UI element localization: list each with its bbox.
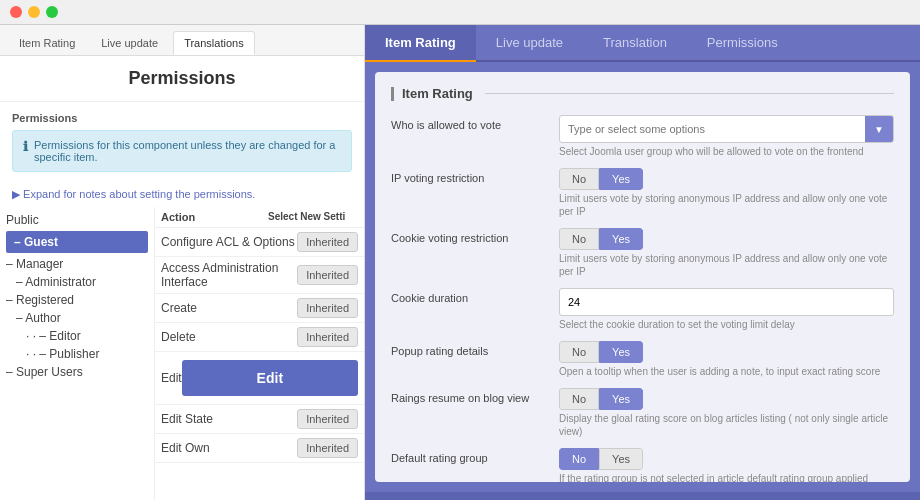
label-cookie-duration: Cookie duration bbox=[391, 288, 551, 304]
toggle-cookie-voting-no[interactable]: No bbox=[559, 228, 599, 250]
control-ip-voting: No Yes Limit users vote by storing anony… bbox=[559, 168, 894, 218]
hint-cookie-voting: Limit users vote by storing anonymous IP… bbox=[559, 252, 894, 278]
field-cookie-voting: Cookie voting restriction No Yes Limit u… bbox=[391, 228, 894, 278]
group-guest[interactable]: – Guest bbox=[6, 231, 148, 253]
toggle-ratings-blog-no[interactable]: No bbox=[559, 388, 599, 410]
select-who-allowed-arrow[interactable]: ▼ bbox=[865, 115, 893, 143]
select-who-allowed[interactable]: ▼ bbox=[559, 115, 894, 143]
select-col-header: Select New Setti bbox=[268, 211, 358, 223]
toggle-cookie-voting: No Yes bbox=[559, 228, 643, 250]
action-delete-label: Delete bbox=[161, 330, 297, 344]
action-edit-own-label: Edit Own bbox=[161, 441, 297, 455]
select-who-allowed-input[interactable] bbox=[560, 119, 865, 139]
action-configure-label: Configure ACL & Options bbox=[161, 235, 297, 249]
toggle-ip-voting: No Yes bbox=[559, 168, 643, 190]
action-create-label: Create bbox=[161, 301, 297, 315]
tab-translation-right[interactable]: Translation bbox=[583, 25, 687, 62]
action-access-admin-btn[interactable]: Inherited bbox=[297, 265, 358, 285]
tab-item-rating-left[interactable]: Item Rating bbox=[8, 31, 86, 55]
group-editor[interactable]: · · – Editor bbox=[6, 327, 148, 345]
action-access-admin: Access Administration Interface Inherite… bbox=[155, 257, 364, 294]
action-edit-state-label: Edit State bbox=[161, 412, 297, 426]
group-publisher[interactable]: · · – Publisher bbox=[6, 345, 148, 363]
action-create-btn[interactable]: Inherited bbox=[297, 298, 358, 318]
permissions-label: Permissions bbox=[12, 112, 352, 124]
label-cookie-voting: Cookie voting restriction bbox=[391, 228, 551, 244]
right-content: Item Rating Who is allowed to vote ▼ Sel… bbox=[375, 72, 910, 482]
info-icon: ℹ bbox=[23, 139, 28, 154]
permissions-info-box: ℹ Permissions for this component unless … bbox=[12, 130, 352, 172]
toggle-cookie-voting-yes[interactable]: Yes bbox=[599, 228, 643, 250]
right-panel: Item Rating Live update Translation Perm… bbox=[365, 25, 920, 500]
toggle-default-rating-yes[interactable]: Yes bbox=[599, 448, 643, 470]
field-ratings-blog-view: Raings resume on blog view No Yes Displa… bbox=[391, 388, 894, 438]
edit-button[interactable]: Edit bbox=[182, 360, 358, 396]
control-default-rating-group: No Yes If the rating group is not select… bbox=[559, 448, 894, 482]
control-cookie-voting: No Yes Limit users vote by storing anony… bbox=[559, 228, 894, 278]
label-default-rating-group: Default rating group bbox=[391, 448, 551, 464]
action-edit-own: Edit Own Inherited bbox=[155, 434, 364, 463]
field-who-allowed: Who is allowed to vote ▼ Select Joomla u… bbox=[391, 115, 894, 158]
toggle-popup-rating-no[interactable]: No bbox=[559, 341, 599, 363]
label-ip-voting: IP voting restriction bbox=[391, 168, 551, 184]
close-button[interactable] bbox=[10, 6, 22, 18]
action-col-header: Action bbox=[161, 211, 268, 223]
field-ip-voting: IP voting restriction No Yes Limit users… bbox=[391, 168, 894, 218]
hint-popup-rating: Open a tooltip when the user is adding a… bbox=[559, 365, 894, 378]
field-default-rating-group: Default rating group No Yes If the ratin… bbox=[391, 448, 894, 482]
group-public: Public bbox=[6, 211, 148, 229]
permissions-info-text: Permissions for this component unless th… bbox=[34, 139, 341, 163]
input-cookie-duration[interactable] bbox=[559, 288, 894, 316]
control-popup-rating: No Yes Open a tooltip when the user is a… bbox=[559, 341, 894, 378]
group-manager[interactable]: – Manager bbox=[6, 255, 148, 273]
toggle-ratings-blog-yes[interactable]: Yes bbox=[599, 388, 643, 410]
toggle-ratings-blog-view: No Yes bbox=[559, 388, 643, 410]
left-panel: Item Rating Live update Translations Per… bbox=[0, 25, 365, 500]
group-administrator[interactable]: – Administrator bbox=[6, 273, 148, 291]
toggle-ip-voting-yes[interactable]: Yes bbox=[599, 168, 643, 190]
label-ratings-blog-view: Raings resume on blog view bbox=[391, 388, 551, 404]
toggle-default-rating-no[interactable]: No bbox=[559, 448, 599, 470]
permissions-section: Permissions ℹ Permissions for this compo… bbox=[0, 102, 364, 182]
window-chrome bbox=[0, 0, 920, 25]
hint-default-rating-group: If the rating group is not selected in a… bbox=[559, 472, 894, 482]
expand-permissions-link[interactable]: ▶ Expand for notes about setting the per… bbox=[12, 188, 352, 201]
action-edit-own-btn[interactable]: Inherited bbox=[297, 438, 358, 458]
maximize-button[interactable] bbox=[46, 6, 58, 18]
action-delete-btn[interactable]: Inherited bbox=[297, 327, 358, 347]
action-edit-state-btn[interactable]: Inherited bbox=[297, 409, 358, 429]
hint-ratings-blog-view: Display the gloal rating score on blog a… bbox=[559, 412, 894, 438]
label-who-allowed: Who is allowed to vote bbox=[391, 115, 551, 131]
hint-who-allowed: Select Joomla user group who will be all… bbox=[559, 145, 894, 158]
item-rating-section-title: Item Rating bbox=[391, 86, 894, 101]
tab-permissions-right[interactable]: Permissions bbox=[687, 25, 798, 62]
hint-cookie-duration: Select the cookie duration to set the vo… bbox=[559, 318, 894, 331]
permissions-title: Permissions bbox=[0, 56, 364, 102]
action-create: Create Inherited bbox=[155, 294, 364, 323]
field-popup-rating: Popup rating details No Yes Open a toolt… bbox=[391, 341, 894, 378]
toggle-popup-rating-yes[interactable]: Yes bbox=[599, 341, 643, 363]
field-cookie-duration: Cookie duration Select the cookie durati… bbox=[391, 288, 894, 331]
action-edit-label: Edit bbox=[161, 371, 182, 385]
tab-translations-left[interactable]: Translations bbox=[173, 31, 255, 55]
action-edit: Edit Edit bbox=[155, 352, 364, 405]
action-edit-state: Edit State Inherited bbox=[155, 405, 364, 434]
group-registered[interactable]: – Registered bbox=[6, 291, 148, 309]
right-tabs: Item Rating Live update Translation Perm… bbox=[365, 25, 920, 62]
tab-live-update-left[interactable]: Live update bbox=[90, 31, 169, 55]
left-tabs: Item Rating Live update Translations bbox=[0, 25, 364, 56]
minimize-button[interactable] bbox=[28, 6, 40, 18]
tab-item-rating-right[interactable]: Item Rating bbox=[365, 25, 476, 62]
hint-ip-voting: Limit users vote by storing anonymous IP… bbox=[559, 192, 894, 218]
control-ratings-blog-view: No Yes Display the gloal rating score on… bbox=[559, 388, 894, 438]
action-configure-btn[interactable]: Inherited bbox=[297, 232, 358, 252]
main-container: Item Rating Live update Translations Per… bbox=[0, 25, 920, 500]
control-cookie-duration: Select the cookie duration to set the vo… bbox=[559, 288, 894, 331]
action-access-admin-label: Access Administration Interface bbox=[161, 261, 297, 289]
toggle-ip-voting-no[interactable]: No bbox=[559, 168, 599, 190]
bottom-bar bbox=[365, 492, 920, 500]
tab-live-update-right[interactable]: Live update bbox=[476, 25, 583, 62]
group-author[interactable]: – Author bbox=[6, 309, 148, 327]
action-configure: Configure ACL & Options Inherited bbox=[155, 228, 364, 257]
group-super-users[interactable]: – Super Users bbox=[6, 363, 148, 381]
